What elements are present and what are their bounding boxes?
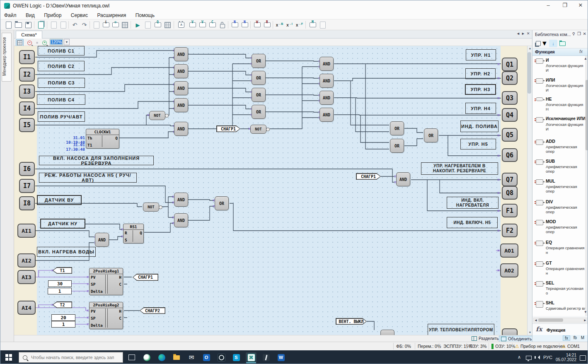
new-file-button[interactable] (4, 20, 13, 29)
fx-doc-button[interactable] (318, 20, 327, 29)
library-tab-fx[interactable]: fx (563, 335, 570, 341)
convert-bool-button[interactable]: x→B (275, 20, 284, 29)
input-block-i6[interactable]: I6 (19, 162, 35, 176)
canvas-vscroll-thumb[interactable] (528, 52, 531, 94)
function-item-gt[interactable]: GTОперация сравнения н значение (532, 260, 588, 280)
tray-expand-icon[interactable]: ∧ (518, 354, 521, 360)
address-table-button[interactable] (163, 20, 172, 29)
function-item-and[interactable]: ИЛогическая функция И (532, 58, 588, 77)
and-gate-13[interactable]: AND (95, 233, 109, 247)
project-manager-vertical-tab[interactable]: Менеджер проектов (2, 33, 12, 82)
or-gate-1[interactable]: OR (252, 54, 266, 68)
output-block-q3[interactable]: Q3 (502, 91, 518, 105)
convert-int-button[interactable]: x→I (285, 20, 294, 29)
input-block-ai2[interactable]: AI2 (17, 253, 36, 268)
and-gate-6[interactable]: AND (319, 57, 334, 71)
comment-upr-teploventilyatorom[interactable]: УПР. ТЕПЛОВЕНТИЛЯТОРОМ (428, 324, 494, 336)
library-vscroll-thumb[interactable] (586, 80, 588, 150)
and-gate-5[interactable]: AND (174, 122, 188, 136)
app-icon-2[interactable] (216, 352, 227, 362)
comment-poliv-ruch-avt[interactable]: ПОЛИВ РУЧ/АВТ (38, 111, 85, 122)
maximize-panel-icon[interactable]: ❐ (577, 31, 581, 36)
device-info-button[interactable]: i (101, 20, 111, 29)
lock-block-button[interactable] (218, 20, 227, 29)
const-20[interactable]: 20 (51, 314, 75, 321)
2poshisreg2-block[interactable]: 2PosHisReg2 PV SP Delta H C (89, 302, 123, 329)
comment-poliv-c3[interactable]: ПОЛИВ C3 (38, 78, 85, 88)
comment-ind-vklyuch-n5[interactable]: ИНД. ВКЛЮЧ. Н5 (447, 217, 498, 228)
library-scroll-up-icon[interactable]: ▲ (584, 57, 587, 60)
function-item-eq[interactable]: EQОперация сравнения н (532, 240, 588, 259)
output-block-q1[interactable]: Q1 (502, 58, 518, 71)
and-gate-11[interactable]: AND (174, 193, 188, 207)
start-button[interactable] (5, 354, 12, 361)
output-block-ao1[interactable]: AO1 (500, 243, 518, 258)
close-button[interactable]: ✕ (572, 0, 588, 10)
tag-snagr1-sink[interactable]: СНАГР1 (133, 274, 158, 281)
word-button[interactable]: W (276, 352, 286, 362)
task-view-button[interactable] (126, 352, 137, 362)
zoom-out-button[interactable]: − (26, 39, 34, 46)
and-gate-8[interactable]: AND (319, 91, 334, 105)
tab-scroll-left-icon[interactable]: ◄ (516, 31, 520, 36)
volume-icon[interactable] (536, 355, 540, 359)
input-block-i1[interactable]: I1 (19, 50, 35, 64)
undo-button[interactable]: ↶ (70, 20, 80, 29)
menu-service[interactable]: Сервис (67, 12, 92, 19)
tab-scroll-right-icon[interactable]: ► (521, 31, 525, 36)
calendar-clock-button[interactable]: A (177, 20, 186, 29)
comment-ind-poliva[interactable]: ИНД. ПОЛИВА (460, 121, 498, 132)
function-item-or[interactable]: ИЛИЛогическая функция И (532, 77, 588, 96)
tag-t1[interactable]: T1 (53, 267, 72, 274)
minimize-button[interactable]: – (540, 0, 557, 10)
function-item-xor[interactable]: Исключающее ИЛИЛогическая функция И ИЛИ (532, 116, 588, 135)
output-net-button[interactable]: N (240, 20, 249, 29)
function-item-add[interactable]: ADDАрифметическая опер сложения (532, 139, 588, 158)
upload-project-button[interactable] (92, 20, 101, 29)
owen-logic-taskbar-button[interactable]: ⌘ (246, 352, 256, 362)
and-gate-10[interactable]: AND (396, 172, 410, 186)
paste-button[interactable] (58, 20, 68, 29)
library-scroll-down-icon[interactable]: ▼ (584, 310, 587, 314)
output-block-q4[interactable]: Q4 (502, 108, 518, 122)
zoom-in-button[interactable]: + (41, 39, 48, 46)
menu-view[interactable]: Вид (22, 12, 39, 19)
function-item-shl[interactable]: SHLСдвиговый регистр вл (532, 300, 588, 316)
or-gate-3[interactable]: OR (252, 88, 266, 102)
input-block-ai1[interactable]: AI1 (17, 224, 36, 238)
and-gate-3[interactable]: AND (174, 81, 188, 95)
write-net-button[interactable]: W (252, 20, 262, 29)
variable-table-button[interactable] (120, 20, 130, 29)
input-block-i7[interactable]: I7 (19, 179, 35, 193)
2poshisreg1-block[interactable]: 2PosHisReg1 PV SP Delta H C (89, 268, 123, 295)
open-library-button[interactable] (558, 40, 566, 47)
tag-snagr2-sink[interactable]: СНАГР2 (140, 307, 165, 314)
comment-poliv-c4[interactable]: ПОЛИВ C4 (37, 94, 85, 105)
function-item-sel[interactable]: SELТернарная условная о сравнения (532, 280, 588, 299)
comment-datchik-nu[interactable]: ДАТЧИК НУ (40, 219, 85, 229)
comment-poliv-c2[interactable]: ПОЛИВ C2 (38, 61, 85, 71)
and-gate-4[interactable]: AND (174, 98, 188, 112)
comment-upr-h2[interactable]: УПР. Н2 (465, 68, 496, 79)
run-simulation-button[interactable]: ▶ (133, 20, 143, 29)
input-block-ai3[interactable]: AI3 (17, 270, 36, 284)
menu-extensions[interactable]: Расширения (93, 12, 130, 19)
menu-file[interactable]: Файл (0, 12, 20, 19)
library-scroll-left-icon[interactable]: ◄ (534, 318, 537, 322)
restore-button[interactable]: ❐ (557, 0, 573, 10)
or-gate-8[interactable]: OR (215, 196, 229, 210)
app-icon-3[interactable] (261, 352, 271, 362)
taskbar-search[interactable] (19, 352, 123, 363)
tag-snagr1-source-1[interactable]: СНАГР1 (216, 125, 240, 132)
not-gate-3[interactable]: NOT (143, 202, 159, 212)
const-block-button[interactable]: C (208, 20, 217, 29)
merge-button[interactable]: Объединить (499, 336, 534, 342)
input-block-i4[interactable]: I4 (19, 101, 35, 116)
output-block-f1[interactable]: F1 (502, 204, 518, 217)
input-block-i5[interactable]: I5 (19, 118, 35, 132)
zoom-dropdown-button[interactable]: ▼ (64, 39, 70, 45)
or-gate-4[interactable]: OR (252, 105, 266, 119)
comment-vkl-nagreva-vody[interactable]: ВКЛ. НАГРЕВА ВОДЫ (37, 247, 96, 257)
comment-upr-h1[interactable]: УПР. Н1 (466, 49, 496, 60)
network-icon[interactable] (526, 356, 532, 360)
